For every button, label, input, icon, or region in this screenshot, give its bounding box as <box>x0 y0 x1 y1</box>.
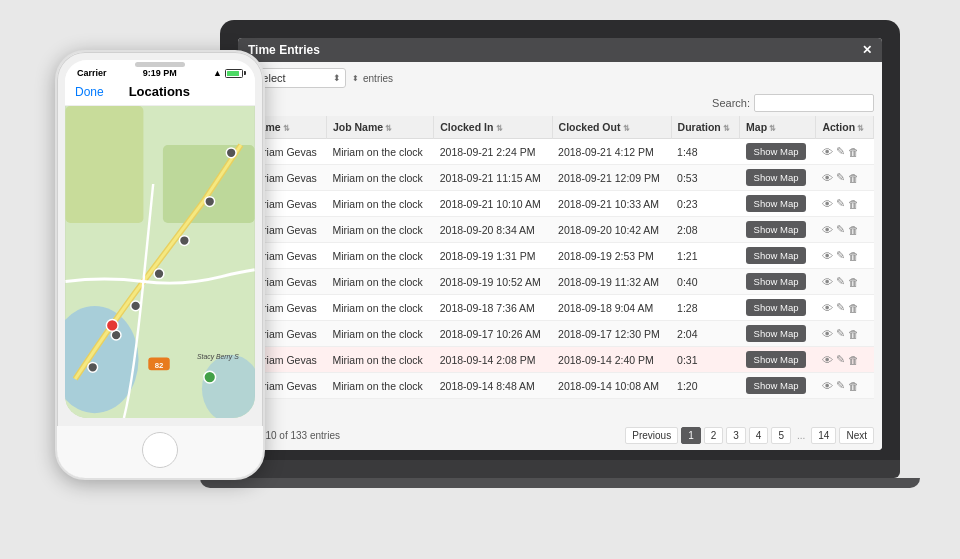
search-input[interactable] <box>754 94 874 112</box>
delete-icon[interactable]: 🗑 <box>848 198 859 210</box>
show-map-button[interactable]: Show Map <box>746 299 807 316</box>
svg-rect-3 <box>65 106 143 223</box>
edit-icon[interactable]: ✎ <box>836 249 845 262</box>
cell-in: 2018-09-14 2:08 PM <box>434 347 552 373</box>
edit-icon[interactable]: ✎ <box>836 353 845 366</box>
delete-icon[interactable]: 🗑 <box>848 172 859 184</box>
view-icon[interactable]: 👁 <box>822 172 833 184</box>
table-wrapper: Name Job Name Clocked In Clocked Out Dur… <box>246 116 874 421</box>
page-14-button[interactable]: 14 <box>811 427 836 444</box>
svg-point-8 <box>154 269 164 279</box>
page-1-button[interactable]: 1 <box>681 427 701 444</box>
delete-icon[interactable]: 🗑 <box>848 250 859 262</box>
edit-icon[interactable]: ✎ <box>836 197 845 210</box>
delete-icon[interactable]: 🗑 <box>848 146 859 158</box>
cell-job: Miriam on the clock <box>326 321 433 347</box>
view-icon[interactable]: 👁 <box>822 354 833 366</box>
close-icon[interactable]: ✕ <box>862 43 872 57</box>
show-map-button[interactable]: Show Map <box>746 221 807 238</box>
delete-icon[interactable]: 🗑 <box>848 380 859 392</box>
edit-icon[interactable]: ✎ <box>836 223 845 236</box>
view-icon[interactable]: 👁 <box>822 250 833 262</box>
table-row: Miriam Gevas Miriam on the clock 2018-09… <box>246 165 874 191</box>
pagination-controls: Previous 1 2 3 4 5 ... 14 Next <box>625 427 874 444</box>
view-icon[interactable]: 👁 <box>822 302 833 314</box>
col-action: Action <box>816 116 874 139</box>
cell-action: 👁 ✎ 🗑 <box>816 321 874 347</box>
cell-in: 2018-09-17 10:26 AM <box>434 321 552 347</box>
home-button[interactable] <box>142 432 178 468</box>
data-table: Name Job Name Clocked In Clocked Out Dur… <box>246 116 874 399</box>
view-icon[interactable]: 👁 <box>822 224 833 236</box>
show-map-button[interactable]: Show Map <box>746 169 807 186</box>
cell-duration: 1:20 <box>671 373 740 399</box>
show-map-button[interactable]: Show Map <box>746 325 807 342</box>
cell-action: 👁 ✎ 🗑 <box>816 217 874 243</box>
cell-out: 2018-09-14 10:08 AM <box>552 373 671 399</box>
table-body: Miriam Gevas Miriam on the clock 2018-09… <box>246 139 874 399</box>
cell-action: 👁 ✎ 🗑 <box>816 269 874 295</box>
cell-out: 2018-09-19 2:53 PM <box>552 243 671 269</box>
phone-map[interactable]: 82 Stacy Berry S <box>65 106 255 418</box>
cell-job: Miriam on the clock <box>326 139 433 165</box>
view-icon[interactable]: 👁 <box>822 328 833 340</box>
col-out: Clocked Out <box>552 116 671 139</box>
svg-point-6 <box>205 197 215 207</box>
cell-in: 2018-09-21 11:15 AM <box>434 165 552 191</box>
cell-action: 👁 ✎ 🗑 <box>816 243 874 269</box>
page-3-button[interactable]: 3 <box>726 427 746 444</box>
time-label: 9:19 PM <box>143 68 177 78</box>
cell-in: 2018-09-21 10:10 AM <box>434 191 552 217</box>
laptop: Time Entries ✕ Select entries Search: <box>220 20 900 500</box>
show-map-button[interactable]: Show Map <box>746 247 807 264</box>
next-page-button[interactable]: Next <box>839 427 874 444</box>
cell-job: Miriam on the clock <box>326 295 433 321</box>
cell-map: Show Map <box>740 217 816 243</box>
cell-job: Miriam on the clock <box>326 347 433 373</box>
view-icon[interactable]: 👁 <box>822 276 833 288</box>
cell-out: 2018-09-19 11:32 AM <box>552 269 671 295</box>
table-row: Miriam Gevas Miriam on the clock 2018-09… <box>246 217 874 243</box>
edit-icon[interactable]: ✎ <box>836 145 845 158</box>
carrier-label: Carrier <box>77 68 107 78</box>
view-icon[interactable]: 👁 <box>822 380 833 392</box>
show-map-button[interactable]: Show Map <box>746 351 807 368</box>
search-row: Search: <box>246 94 874 112</box>
edit-icon[interactable]: ✎ <box>836 327 845 340</box>
cell-in: 2018-09-14 8:48 AM <box>434 373 552 399</box>
page-5-button[interactable]: 5 <box>771 427 791 444</box>
svg-text:Stacy Berry S: Stacy Berry S <box>197 354 239 362</box>
delete-icon[interactable]: 🗑 <box>848 354 859 366</box>
delete-icon[interactable]: 🗑 <box>848 276 859 288</box>
done-button[interactable]: Done <box>75 85 104 99</box>
cell-in: 2018-09-20 8:34 AM <box>434 217 552 243</box>
cell-out: 2018-09-21 12:09 PM <box>552 165 671 191</box>
show-map-button[interactable]: Show Map <box>746 195 807 212</box>
phone: Carrier 9:19 PM ▲ Done Locations <box>55 50 265 480</box>
view-icon[interactable]: 👁 <box>822 198 833 210</box>
cell-in: 2018-09-19 10:52 AM <box>434 269 552 295</box>
wifi-icon: ▲ <box>213 68 222 78</box>
show-map-button[interactable]: Show Map <box>746 143 807 160</box>
edit-icon[interactable]: ✎ <box>836 379 845 392</box>
edit-icon[interactable]: ✎ <box>836 171 845 184</box>
show-map-button[interactable]: Show Map <box>746 377 807 394</box>
cell-action: 👁 ✎ 🗑 <box>816 139 874 165</box>
page-4-button[interactable]: 4 <box>749 427 769 444</box>
delete-icon[interactable]: 🗑 <box>848 328 859 340</box>
show-map-button[interactable]: Show Map <box>746 273 807 290</box>
page-ellipsis: ... <box>794 428 808 443</box>
delete-icon[interactable]: 🗑 <box>848 224 859 236</box>
phone-home-bar <box>57 426 263 478</box>
cell-action: 👁 ✎ 🗑 <box>816 295 874 321</box>
screen-title: Time Entries <box>248 43 320 57</box>
cell-duration: 1:21 <box>671 243 740 269</box>
table-row: Miriam Gevas Miriam on the clock 2018-09… <box>246 347 874 373</box>
delete-icon[interactable]: 🗑 <box>848 302 859 314</box>
edit-icon[interactable]: ✎ <box>836 275 845 288</box>
prev-page-button[interactable]: Previous <box>625 427 678 444</box>
page-2-button[interactable]: 2 <box>704 427 724 444</box>
edit-icon[interactable]: ✎ <box>836 301 845 314</box>
svg-text:82: 82 <box>155 361 164 370</box>
view-icon[interactable]: 👁 <box>822 146 833 158</box>
